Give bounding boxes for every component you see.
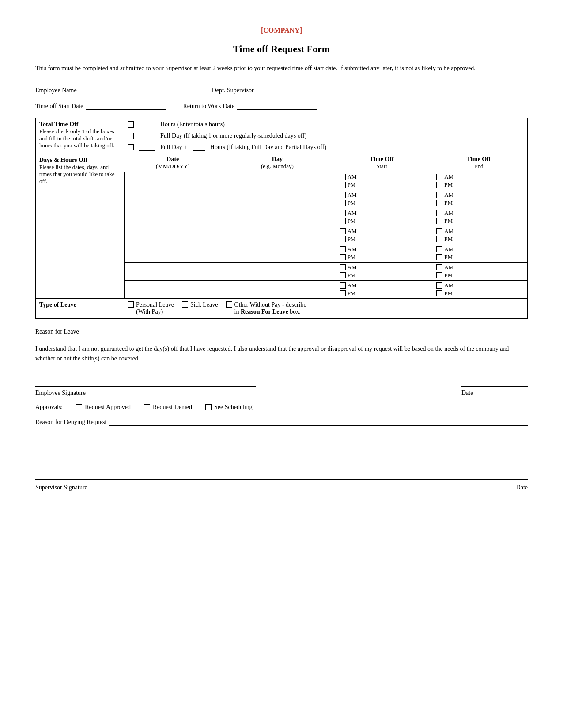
other-leave-checkbox[interactable]	[226, 301, 232, 308]
days-table-row-0: AM PM AM PM	[125, 172, 528, 190]
date-input-4[interactable]	[125, 244, 222, 263]
request-denied-checkbox[interactable]	[144, 404, 150, 410]
supervisor-sig-group: Supervisor Signature	[35, 482, 87, 491]
start-pm-checkbox-1[interactable]	[340, 200, 346, 206]
time-start-4[interactable]: AM PM	[333, 244, 431, 263]
end-am-checkbox-3[interactable]	[436, 228, 442, 234]
time-start-1[interactable]: AM PM	[333, 190, 431, 208]
reason-input[interactable]	[83, 327, 528, 335]
date-input-1[interactable]	[125, 190, 222, 208]
start-am-checkbox-0[interactable]	[340, 174, 346, 180]
days-table-row-1: AM PM AM PM	[125, 190, 528, 208]
dept-supervisor-group: Dept. Supervisor	[212, 86, 371, 94]
time-end-1[interactable]: AM PM	[430, 190, 527, 208]
reason-row: Reason for Leave	[35, 327, 528, 335]
other-leave-line1: Other Without Pay - describe	[234, 301, 306, 308]
start-pm-checkbox-6[interactable]	[340, 290, 346, 296]
full-day-plus-option-row: Full Day + Hours (If taking Full Day and…	[128, 144, 524, 151]
date-input-2[interactable]	[125, 208, 222, 226]
start-am-checkbox-3[interactable]	[340, 228, 346, 234]
days-table-row-3: AM PM AM PM	[125, 226, 528, 244]
time-end-3[interactable]: AM PM	[430, 226, 527, 244]
start-pm-checkbox-4[interactable]	[340, 254, 346, 260]
start-am-checkbox-2[interactable]	[340, 210, 346, 216]
day-input-3[interactable]	[221, 226, 333, 244]
supervisor-sig-top-line	[35, 479, 528, 480]
return-to-work-input[interactable]	[237, 102, 317, 110]
full-day-checkbox[interactable]	[128, 133, 134, 139]
col-day-header: Day (e.g. Monday)	[221, 154, 333, 172]
start-am-checkbox-1[interactable]	[340, 192, 346, 198]
employee-date-line[interactable]	[461, 386, 528, 387]
time-start-3[interactable]: AM PM	[333, 226, 431, 244]
time-end-4[interactable]: AM PM	[430, 244, 527, 263]
full-day-plus-checkbox[interactable]	[128, 144, 134, 150]
end-am-checkbox-4[interactable]	[436, 246, 442, 252]
start-pm-checkbox-2[interactable]	[340, 218, 346, 224]
end-pm-checkbox-0[interactable]	[436, 182, 442, 188]
time-end-0[interactable]: AM PM	[430, 172, 527, 190]
sick-leave-checkbox[interactable]	[182, 301, 188, 308]
blank-area	[35, 439, 528, 466]
end-pm-checkbox-2[interactable]	[436, 218, 442, 224]
time-end-2[interactable]: AM PM	[430, 208, 527, 226]
time-end-5[interactable]: AM PM	[430, 263, 527, 281]
end-am-checkbox-0[interactable]	[436, 174, 442, 180]
employee-sig-section: Employee Signature Date	[35, 386, 528, 397]
total-time-off-sublabel: Please check only 1 of the boxes and fil…	[39, 128, 115, 149]
request-denied-label: Request Denied	[153, 404, 192, 411]
day-input-1[interactable]	[221, 190, 333, 208]
request-approved-checkbox[interactable]	[76, 404, 82, 410]
end-pm-checkbox-3[interactable]	[436, 236, 442, 242]
end-pm-checkbox-6[interactable]	[436, 290, 442, 296]
deny-reason-input[interactable]	[109, 418, 528, 426]
employee-sig-line[interactable]	[35, 386, 256, 387]
start-am-checkbox-4[interactable]	[340, 246, 346, 252]
time-start-0[interactable]: AM PM	[333, 172, 431, 190]
intro-text: This form must be completed and submitte…	[35, 64, 528, 73]
day-input-4[interactable]	[221, 244, 333, 263]
day-input-0[interactable]	[221, 172, 333, 190]
end-pm-checkbox-1[interactable]	[436, 200, 442, 206]
personal-leave-option: Personal Leave (With Pay)	[128, 301, 174, 315]
start-pm-checkbox-0[interactable]	[340, 182, 346, 188]
hours-fill[interactable]	[139, 121, 155, 128]
end-am-checkbox-2[interactable]	[436, 210, 442, 216]
date-input-6[interactable]	[125, 281, 222, 299]
personal-leave-line2: (With Pay)	[136, 308, 174, 315]
date-input-0[interactable]	[125, 172, 222, 190]
deny-reason-label: Reason for Denying Request	[35, 419, 106, 426]
end-pm-checkbox-5[interactable]	[436, 272, 442, 278]
time-off-start-input[interactable]	[86, 102, 166, 110]
time-start-2[interactable]: AM PM	[333, 208, 431, 226]
employee-sig-group: Employee Signature	[35, 386, 256, 397]
day-input-6[interactable]	[221, 281, 333, 299]
personal-leave-checkbox[interactable]	[128, 301, 134, 308]
end-am-checkbox-1[interactable]	[436, 192, 442, 198]
dept-supervisor-input[interactable]	[257, 86, 371, 94]
end-am-checkbox-5[interactable]	[436, 264, 442, 270]
start-pm-checkbox-3[interactable]	[340, 236, 346, 242]
employee-name-input[interactable]	[79, 86, 194, 94]
date-input-3[interactable]	[125, 226, 222, 244]
day-input-2[interactable]	[221, 208, 333, 226]
start-am-checkbox-6[interactable]	[340, 282, 346, 289]
start-pm-checkbox-5[interactable]	[340, 272, 346, 278]
time-end-6[interactable]: AM PM	[430, 281, 527, 299]
dates-fields-row: Time off Start Date Return to Work Date	[35, 102, 528, 110]
end-am-checkbox-6[interactable]	[436, 282, 442, 289]
day-input-5[interactable]	[221, 263, 333, 281]
start-am-checkbox-5[interactable]	[340, 264, 346, 270]
see-scheduling-checkbox[interactable]	[205, 404, 212, 410]
full-day-plus-fill1[interactable]	[139, 144, 155, 151]
disclaimer-text: I understand that I am not guaranteed to…	[35, 344, 528, 364]
full-day-fill[interactable]	[139, 133, 155, 139]
time-start-6[interactable]: AM PM	[333, 281, 431, 299]
time-start-5[interactable]: AM PM	[333, 263, 431, 281]
hours-checkbox[interactable]	[128, 121, 134, 128]
date-input-5[interactable]	[125, 263, 222, 281]
full-day-plus-fill2[interactable]	[193, 144, 205, 151]
col-date-header: Date (MM/DD/YY)	[125, 154, 222, 172]
end-pm-checkbox-4[interactable]	[436, 254, 442, 260]
approvals-row: Approvals: Request Approved Request Deni…	[35, 404, 528, 411]
